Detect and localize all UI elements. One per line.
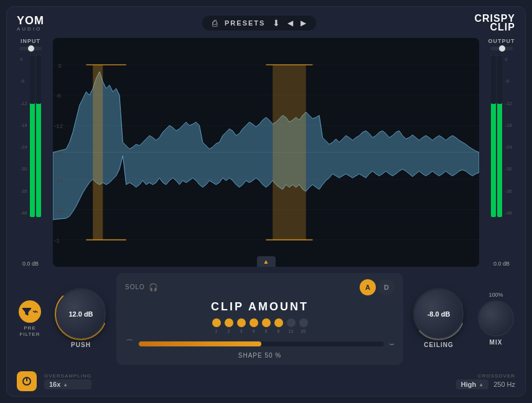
plugin-container: YOM AUDIO ⎙ PRESETS ⬇ ◀ ▶ CRISPY CLIP IN… [6, 6, 526, 397]
input-meter-section: INPUT 0 -6 -12 -18 -24 -30 -36 -48 [12, 38, 49, 267]
dot-label-5: 5 [265, 329, 268, 333]
shape-slider[interactable] [139, 341, 384, 346]
filter-icon [21, 306, 32, 317]
dot-20-container: 20 [299, 318, 308, 333]
a-button[interactable]: A [360, 279, 376, 295]
header-center: ⎙ PRESETS ⬇ ◀ ▶ [202, 16, 316, 30]
crossover-section: CROSSOVER High ▲ 250 Hz [456, 373, 515, 389]
svg-text:-30: -30 [54, 206, 63, 213]
dot-label-12: 12 [289, 329, 294, 333]
input-bar-left [30, 55, 35, 217]
mix-knob[interactable] [478, 300, 514, 336]
waveform-collapse-button[interactable]: ▲ [257, 256, 276, 267]
input-db-value: 0.0 dB [22, 261, 39, 267]
share-icon[interactable]: ⎙ [212, 18, 217, 28]
dot-1-container: 1 [212, 318, 221, 333]
input-scale-6: -6 [20, 78, 27, 84]
main-area: INPUT 0 -6 -12 -18 -24 -30 -36 -48 [12, 38, 520, 267]
brand-clip: CLIP [490, 22, 515, 33]
pre-filter-label: PREFILTER [20, 325, 40, 338]
input-bar-left-overlay [30, 55, 35, 104]
mix-label: MIX [490, 339, 503, 346]
dot-5-container: 5 [262, 318, 271, 333]
pre-filter-button[interactable]: ⌁ [19, 300, 41, 323]
output-scale-0: 0 [505, 57, 512, 62]
mix-section: 100% MIX [474, 292, 518, 346]
clip-dot-5[interactable] [262, 318, 271, 327]
power-button[interactable] [17, 371, 37, 391]
output-scale-12: -12 [505, 101, 512, 106]
bottom-controls: ⌁ PREFILTER 12.0 dB PUSH [12, 271, 520, 368]
clip-amount-area: CLIP AMOUNT [125, 300, 394, 313]
output-scale-6: -6 [505, 78, 512, 84]
logo-audio: AUDIO [17, 26, 42, 32]
shape-left-curve-icon: ⌒ [125, 338, 134, 350]
input-slider[interactable] [19, 47, 42, 50]
logo-area: YOM AUDIO [17, 15, 44, 32]
crossover-controls: High ▲ 250 Hz [456, 379, 515, 389]
dot-label-4: 4 [253, 329, 255, 333]
clip-dot-12[interactable] [287, 318, 296, 327]
input-scale-48: -48 [20, 210, 27, 216]
output-slider-thumb[interactable] [499, 45, 505, 52]
crossover-select[interactable]: High ▲ [456, 379, 488, 389]
crossover-mode: High [461, 381, 476, 388]
clip-dot-1[interactable] [212, 318, 221, 327]
dot-label-1: 1 [215, 329, 218, 333]
next-preset-button[interactable]: ▶ [301, 19, 306, 27]
push-knob-outer[interactable]: 12.0 dB [56, 289, 106, 339]
ceiling-knob-outer[interactable]: -8.0 dB [414, 289, 464, 339]
output-slider[interactable] [490, 47, 513, 50]
input-scale-30: -30 [20, 166, 27, 172]
dot-label-6: 6 [278, 329, 280, 333]
output-scale-24: -24 [505, 144, 512, 150]
ceiling-section: -8.0 dB CEILING [411, 289, 467, 348]
input-scale-0: 0 [20, 57, 27, 62]
input-slider-thumb[interactable] [28, 45, 34, 52]
dot-label-20: 20 [301, 329, 306, 333]
dot-6-container: 6 [274, 318, 283, 333]
ceiling-value: -8.0 dB [427, 310, 450, 318]
clip-amount-label: CLIP AMOUNT [211, 300, 309, 313]
prev-preset-button[interactable]: ◀ [287, 19, 293, 27]
clip-dot-6[interactable] [274, 318, 283, 327]
output-db-value: 0.0 dB [493, 261, 510, 267]
clip-panel-header: SOLO 🎧 A D [125, 279, 394, 295]
solo-area: SOLO 🎧 [125, 283, 158, 292]
download-icon[interactable]: ⬇ [273, 18, 280, 28]
output-label: OUTPUT [488, 38, 515, 44]
d-button[interactable]: D [378, 279, 394, 295]
presets-label: PRESETS [225, 19, 265, 27]
clip-shape-section: ⌒ ⌣ SHAPE 50 % [125, 338, 394, 359]
oversampling-label: OVERSAMPLING [44, 373, 91, 379]
output-scale-48: -48 [505, 210, 512, 216]
shape-label: SHAPE 50 % [125, 352, 394, 359]
crossover-arrow-icon: ▲ [478, 382, 483, 387]
svg-text:-18: -18 [54, 149, 63, 156]
output-scale: 0 -6 -12 -18 -24 -30 -36 -48 [505, 55, 512, 217]
input-scale-36: -36 [20, 188, 27, 194]
oversampling-select[interactable]: 16x ▲ [44, 379, 91, 389]
push-knob[interactable]: 12.0 dB [56, 289, 106, 339]
output-scale-30: -30 [505, 166, 512, 172]
ceiling-knob[interactable]: -8.0 dB [414, 289, 464, 339]
push-value: 12.0 dB [68, 310, 93, 318]
svg-text:-24: -24 [54, 177, 63, 183]
clip-dot-4[interactable] [250, 318, 258, 327]
clip-dot-20[interactable] [299, 318, 308, 327]
ad-buttons: A D [360, 279, 394, 295]
input-meter-bars [30, 55, 41, 217]
bottom-bar: OVERSAMPLING 16x ▲ CROSSOVER High ▲ 250 … [12, 371, 520, 391]
output-scale-36: -36 [505, 188, 512, 194]
output-bar-left-overlay [491, 55, 496, 104]
dot-label-2: 2 [228, 329, 230, 333]
clip-dot-2[interactable] [225, 318, 233, 327]
output-scale-18: -18 [505, 123, 512, 128]
oversampling-value: 16x [49, 381, 60, 388]
ceiling-knob-value-area: -8.0 dB [427, 310, 450, 318]
output-meter-bars [491, 55, 502, 217]
headphone-icon[interactable]: 🎧 [149, 283, 158, 292]
crossover-hz: 250 Hz [493, 381, 515, 388]
pre-filter-section: ⌁ PREFILTER [14, 300, 45, 338]
clip-dot-3[interactable] [237, 318, 246, 327]
